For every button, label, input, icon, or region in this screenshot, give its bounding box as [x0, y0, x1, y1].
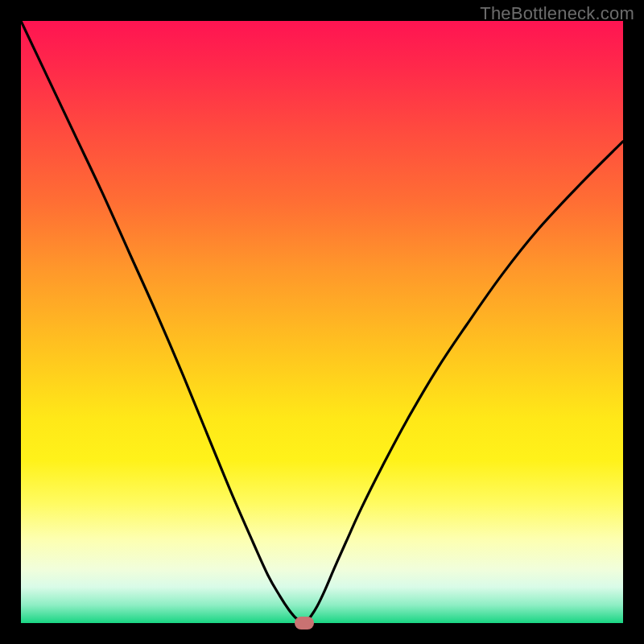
min-marker — [295, 617, 314, 630]
bottleneck-curve — [21, 21, 623, 623]
chart-frame: TheBottleneck.com — [0, 0, 644, 644]
plot-area — [21, 21, 623, 623]
curve-svg — [21, 21, 623, 623]
watermark-text: TheBottleneck.com — [480, 3, 634, 24]
